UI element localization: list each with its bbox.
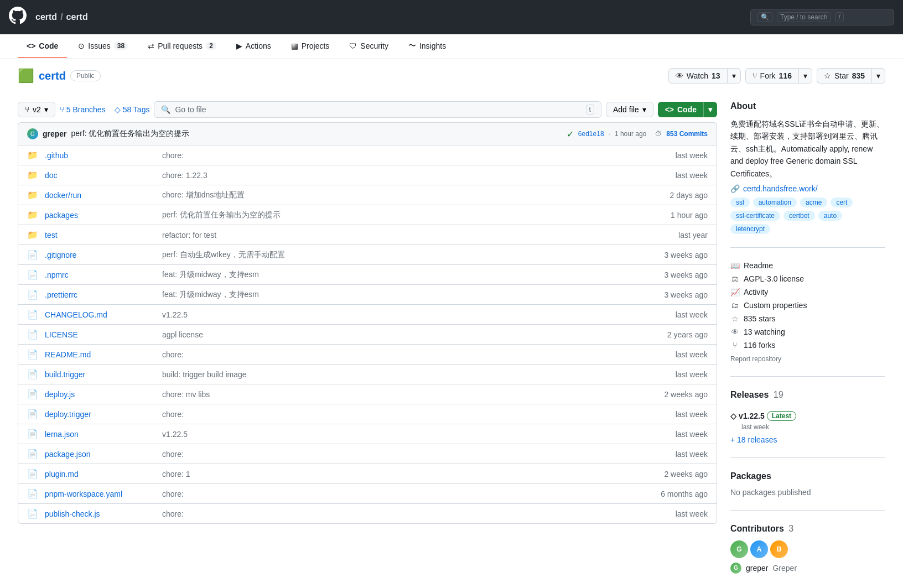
- add-file-button[interactable]: Add file ▾: [606, 102, 653, 117]
- file-name-link[interactable]: packages: [45, 211, 155, 220]
- license-link[interactable]: AGPL-3.0 license: [744, 274, 804, 283]
- tab-security[interactable]: 🛡 Security: [340, 35, 397, 58]
- search-file-icon: 🔍: [161, 105, 170, 114]
- tab-pull-requests[interactable]: ⇄ Pull requests 2: [139, 35, 225, 58]
- tags-link[interactable]: ◇ 58 Tags: [115, 105, 150, 114]
- file-table: 📁 .github chore: last week 📁 doc chore: …: [18, 145, 717, 524]
- watch-button[interactable]: 👁 Watch 13: [668, 68, 727, 84]
- star-button[interactable]: ☆ Star 835: [817, 68, 871, 84]
- tag-auto[interactable]: auto: [818, 211, 842, 221]
- watching-link[interactable]: 13 watching: [744, 327, 785, 336]
- meta-section: 📖 Readme ⚖ AGPL-3.0 license 📈 Activity 🗂…: [730, 261, 885, 377]
- file-commit-msg: build: trigger build image: [162, 370, 651, 379]
- tag-ssl-certificate[interactable]: ssl-certificate: [730, 211, 780, 221]
- watch-btn-group: 👁 Watch 13 ▾: [668, 68, 741, 84]
- tag-acme[interactable]: acme: [800, 197, 827, 207]
- folder-icon: 📁: [27, 170, 38, 180]
- commits-count-link[interactable]: 853 Commits: [666, 130, 708, 138]
- code-icon: <>: [27, 41, 35, 50]
- forks-link[interactable]: 116 forks: [744, 341, 776, 350]
- github-logo-icon[interactable]: [9, 7, 27, 28]
- nav-tabs: <> Code ⊙ Issues 38 ⇄ Pull requests 2 ▶ …: [0, 34, 903, 59]
- file-name-link[interactable]: CHANGELOG.md: [45, 310, 155, 319]
- watch-dropdown-button[interactable]: ▾: [727, 68, 741, 84]
- stars-item[interactable]: ☆ 835 stars: [730, 314, 885, 323]
- tab-insights[interactable]: 〜 Insights: [399, 34, 455, 59]
- file-name-link[interactable]: pnpm-workspace.yaml: [45, 490, 155, 498]
- tab-code[interactable]: <> Code: [18, 35, 67, 58]
- file-name-link[interactable]: package.json: [45, 450, 155, 459]
- activity-link[interactable]: Activity: [744, 288, 768, 296]
- readme-item[interactable]: 📖 Readme: [730, 261, 885, 270]
- file-name-link[interactable]: lerna.json: [45, 430, 155, 439]
- tab-actions[interactable]: ▶ Actions: [227, 35, 280, 58]
- file-name-link[interactable]: .npmrc: [45, 270, 155, 279]
- commit-relative-time: 1 hour ago: [615, 130, 646, 138]
- custom-properties-item[interactable]: 🗂 Custom properties: [730, 301, 885, 310]
- fork-dropdown-button[interactable]: ▾: [798, 68, 812, 84]
- file-time: 3 weeks ago: [658, 251, 708, 259]
- file-name-link[interactable]: docker/run: [45, 191, 155, 200]
- contributor-avatar-3[interactable]: B: [770, 540, 788, 558]
- contributor-avatar-2[interactable]: A: [750, 540, 768, 558]
- tab-projects[interactable]: ▦ Projects: [282, 35, 339, 58]
- file-name-link[interactable]: build.trigger: [45, 370, 155, 379]
- repo-link[interactable]: certd: [66, 12, 88, 22]
- file-name-link[interactable]: deploy.trigger: [45, 410, 155, 419]
- star-dropdown-button[interactable]: ▾: [871, 68, 885, 84]
- file-name-link[interactable]: plugin.md: [45, 470, 155, 478]
- fork-button[interactable]: ⑂ Fork 116: [745, 68, 798, 84]
- tag-automation[interactable]: automation: [753, 197, 797, 207]
- file-row: 📄 .npmrc feat: 升级midway，支持esm 3 weeks ag…: [18, 265, 717, 285]
- more-releases-link[interactable]: + 18 releases: [730, 435, 777, 444]
- file-name-link[interactable]: .gitignore: [45, 251, 155, 259]
- folder-icon: 📁: [27, 210, 38, 220]
- watching-item[interactable]: 👁 13 watching: [730, 327, 885, 336]
- greper-small-avatar[interactable]: G: [730, 563, 741, 574]
- contributor-avatar-greper[interactable]: G: [730, 540, 748, 558]
- go-to-file-button[interactable]: 🔍 Go to file t: [154, 101, 601, 118]
- branches-link[interactable]: ⑂ 5 Branches: [60, 105, 106, 114]
- file-time: last week: [658, 370, 708, 379]
- file-row: 📁 .github chore: last week: [18, 145, 717, 165]
- tag-certbot[interactable]: certbot: [783, 211, 815, 221]
- commit-hash[interactable]: 6ed1e18: [578, 130, 604, 138]
- search-icon: 🔍: [757, 12, 772, 22]
- stars-link[interactable]: 835 stars: [744, 314, 776, 323]
- search-box[interactable]: 🔍 Type / to search /: [750, 9, 894, 25]
- latest-badge: Latest: [767, 411, 796, 421]
- website-link[interactable]: 🔗 certd.handsfree.work/: [730, 184, 885, 193]
- repo-name-link[interactable]: certd: [39, 70, 66, 82]
- contributors-list: G A B: [730, 540, 885, 558]
- tab-issues[interactable]: ⊙ Issues 38: [69, 35, 137, 58]
- file-name-link[interactable]: README.md: [45, 350, 155, 359]
- tag-letencrypt[interactable]: letencrypt: [730, 224, 770, 234]
- license-item[interactable]: ⚖ AGPL-3.0 license: [730, 274, 885, 283]
- file-name-link[interactable]: .github: [45, 151, 155, 160]
- file-name-link[interactable]: .prettierrc: [45, 290, 155, 299]
- issues-icon: ⊙: [78, 41, 85, 50]
- file-name-link[interactable]: doc: [45, 171, 155, 180]
- forks-item[interactable]: ⑂ 116 forks: [730, 341, 885, 350]
- file-name-link[interactable]: test: [45, 231, 155, 240]
- report-link[interactable]: Report repository: [730, 355, 781, 363]
- file-row: 📁 test refactor: for test last year: [18, 225, 717, 245]
- code-button[interactable]: <> Code: [658, 102, 703, 117]
- tag-ssl[interactable]: ssl: [730, 197, 750, 207]
- activity-item[interactable]: 📈 Activity: [730, 288, 885, 296]
- file-name-link[interactable]: LICENSE: [45, 330, 155, 339]
- file-name-link[interactable]: deploy.js: [45, 390, 155, 399]
- code-dropdown-button[interactable]: ▾: [703, 102, 717, 117]
- file-name-link[interactable]: publish-check.js: [45, 509, 155, 518]
- tag-cert[interactable]: cert: [831, 197, 853, 207]
- release-version[interactable]: ◇ v1.22.5 Latest: [730, 411, 796, 421]
- branch-selector[interactable]: ⑂ v2 ▾: [18, 102, 55, 117]
- visibility-badge: Public: [70, 70, 101, 81]
- commit-author[interactable]: greper: [43, 129, 67, 138]
- org-link[interactable]: certd: [35, 12, 57, 22]
- branches-count-text: 5 Branches: [66, 105, 106, 114]
- contributors-title: Contributors 3: [730, 524, 885, 534]
- file-time: 1 hour ago: [658, 211, 708, 220]
- readme-link[interactable]: Readme: [744, 261, 773, 270]
- custom-properties-link[interactable]: Custom properties: [744, 301, 807, 310]
